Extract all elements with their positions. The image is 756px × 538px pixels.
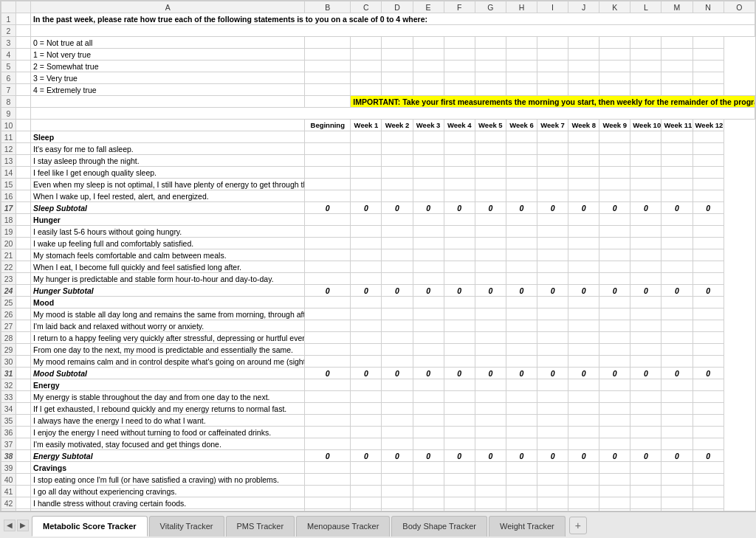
- input-cell[interactable]: [305, 61, 351, 72]
- input-cell[interactable]: [382, 190, 413, 202]
- input-cell[interactable]: [537, 486, 568, 497]
- input-cell[interactable]: [537, 155, 568, 167]
- input-cell[interactable]: [568, 308, 599, 320]
- input-cell[interactable]: [568, 332, 599, 344]
- input-cell[interactable]: [599, 84, 630, 96]
- input-cell[interactable]: [568, 167, 599, 179]
- input-cell[interactable]: [382, 391, 413, 403]
- input-cell[interactable]: [382, 273, 413, 285]
- input-cell[interactable]: [444, 190, 475, 202]
- input-cell[interactable]: [662, 344, 693, 356]
- input-cell[interactable]: [351, 344, 382, 356]
- input-cell[interactable]: [662, 49, 693, 61]
- input-cell[interactable]: [475, 143, 506, 155]
- input-cell[interactable]: [506, 226, 537, 238]
- input-cell[interactable]: [351, 308, 382, 320]
- input-cell[interactable]: [444, 391, 475, 403]
- input-cell[interactable]: [444, 474, 475, 486]
- input-cell[interactable]: [413, 226, 444, 238]
- input-cell[interactable]: [693, 167, 724, 179]
- input-cell[interactable]: [506, 72, 537, 84]
- input-cell[interactable]: [382, 344, 413, 356]
- input-cell[interactable]: [537, 356, 568, 368]
- input-cell[interactable]: [537, 61, 568, 72]
- input-cell[interactable]: [351, 238, 382, 249]
- input-cell[interactable]: [351, 61, 382, 72]
- input-cell[interactable]: [475, 320, 506, 332]
- input-cell[interactable]: [662, 438, 693, 450]
- input-cell[interactable]: [475, 415, 506, 427]
- input-cell[interactable]: [382, 84, 413, 96]
- input-cell[interactable]: [351, 226, 382, 238]
- input-cell[interactable]: [382, 226, 413, 238]
- input-cell[interactable]: [630, 261, 662, 273]
- input-cell[interactable]: [475, 332, 506, 344]
- input-cell[interactable]: [475, 391, 506, 403]
- input-cell[interactable]: [506, 486, 537, 497]
- input-cell[interactable]: [693, 179, 724, 190]
- input-cell[interactable]: [506, 332, 537, 344]
- input-cell[interactable]: [413, 332, 444, 344]
- input-cell[interactable]: [305, 486, 351, 497]
- input-cell[interactable]: [630, 344, 662, 356]
- input-cell[interactable]: [305, 37, 351, 49]
- input-cell[interactable]: [413, 486, 444, 497]
- input-cell[interactable]: [599, 61, 630, 72]
- input-cell[interactable]: [444, 415, 475, 427]
- input-cell[interactable]: [693, 37, 724, 49]
- input-cell[interactable]: [630, 320, 662, 332]
- input-cell[interactable]: [413, 273, 444, 285]
- input-cell[interactable]: [444, 61, 475, 72]
- input-cell[interactable]: [537, 308, 568, 320]
- input-cell[interactable]: [475, 427, 506, 438]
- input-cell[interactable]: [599, 474, 630, 486]
- input-cell[interactable]: [444, 143, 475, 155]
- input-cell[interactable]: [599, 190, 630, 202]
- input-cell[interactable]: [693, 308, 724, 320]
- input-cell[interactable]: [506, 344, 537, 356]
- input-cell[interactable]: [537, 273, 568, 285]
- input-cell[interactable]: [444, 308, 475, 320]
- input-cell[interactable]: [599, 391, 630, 403]
- input-cell[interactable]: [413, 72, 444, 84]
- input-cell[interactable]: [568, 49, 599, 61]
- input-cell[interactable]: [599, 249, 630, 261]
- input-cell[interactable]: [506, 438, 537, 450]
- input-cell[interactable]: [351, 356, 382, 368]
- input-cell[interactable]: [599, 238, 630, 249]
- input-cell[interactable]: [382, 474, 413, 486]
- input-cell[interactable]: [630, 167, 662, 179]
- input-cell[interactable]: [630, 37, 662, 49]
- input-cell[interactable]: [305, 320, 351, 332]
- input-cell[interactable]: [413, 391, 444, 403]
- input-cell[interactable]: [506, 190, 537, 202]
- input-cell[interactable]: [630, 249, 662, 261]
- input-cell[interactable]: [693, 332, 724, 344]
- input-cell[interactable]: [662, 238, 693, 249]
- input-cell[interactable]: [475, 226, 506, 238]
- input-cell[interactable]: [444, 84, 475, 96]
- input-cell[interactable]: [351, 486, 382, 497]
- input-cell[interactable]: [506, 415, 537, 427]
- input-cell[interactable]: [568, 273, 599, 285]
- input-cell[interactable]: [568, 427, 599, 438]
- input-cell[interactable]: [568, 249, 599, 261]
- input-cell[interactable]: [305, 415, 351, 427]
- input-cell[interactable]: [568, 190, 599, 202]
- input-cell[interactable]: [444, 167, 475, 179]
- input-cell[interactable]: [568, 143, 599, 155]
- input-cell[interactable]: [537, 84, 568, 96]
- input-cell[interactable]: [382, 403, 413, 415]
- input-cell[interactable]: [382, 179, 413, 190]
- input-cell[interactable]: [444, 497, 475, 509]
- input-cell[interactable]: [305, 84, 351, 96]
- input-cell[interactable]: [475, 403, 506, 415]
- input-cell[interactable]: [568, 403, 599, 415]
- input-cell[interactable]: [305, 261, 351, 273]
- input-cell[interactable]: [568, 356, 599, 368]
- input-cell[interactable]: [382, 332, 413, 344]
- input-cell[interactable]: [630, 332, 662, 344]
- input-cell[interactable]: [662, 273, 693, 285]
- input-cell[interactable]: [568, 474, 599, 486]
- input-cell[interactable]: [382, 72, 413, 84]
